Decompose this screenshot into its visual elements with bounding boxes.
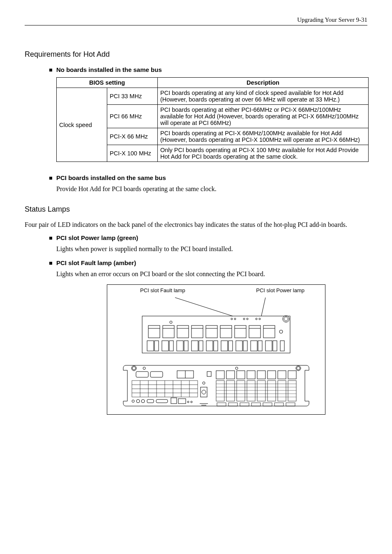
svg-point-50	[132, 367, 136, 370]
cell-description: PCI boards operating at either PCI-66MHz…	[158, 105, 369, 128]
svg-point-52	[143, 367, 145, 369]
page-header: Upgrading Your Server 9-31	[25, 16, 367, 25]
svg-point-10	[256, 318, 257, 320]
svg-rect-60	[207, 372, 211, 376]
status-lamps-intro: Four pair of LED indicators on the back …	[25, 221, 367, 229]
svg-rect-43	[236, 341, 242, 351]
figure-diagram	[111, 293, 321, 410]
svg-rect-67	[278, 371, 286, 379]
svg-rect-2	[142, 316, 290, 353]
svg-rect-102	[178, 399, 186, 404]
svg-rect-26	[249, 325, 261, 338]
bullet-pci-installed: PCI boards installed on the same bus	[49, 174, 367, 181]
table-row: Clock speed PCI 33 MHz PCI boards operat…	[57, 88, 369, 105]
svg-rect-90	[288, 381, 296, 401]
svg-rect-28	[263, 325, 275, 338]
svg-rect-68	[288, 371, 296, 379]
svg-rect-61	[216, 371, 224, 379]
svg-point-6	[231, 318, 233, 320]
svg-rect-81	[201, 387, 207, 397]
svg-point-97	[136, 399, 140, 403]
bullet-square-icon	[49, 69, 52, 72]
bullet-no-boards-label: No boards installed in the same bus	[56, 66, 162, 73]
svg-line-1	[261, 298, 265, 316]
svg-point-8	[243, 318, 245, 320]
svg-rect-18	[191, 325, 203, 338]
cell-description: Only PCI boards operating at PCI-X 100 M…	[158, 145, 369, 162]
svg-rect-42	[228, 341, 233, 351]
svg-rect-100	[156, 399, 168, 403]
svg-point-104	[191, 401, 192, 403]
svg-rect-87	[257, 381, 265, 401]
svg-point-82	[202, 390, 206, 394]
svg-rect-39	[206, 341, 213, 351]
svg-rect-105	[217, 403, 226, 406]
bullet-power-lamp-label: PCI slot Power lamp (green)	[56, 234, 138, 241]
bullet-fault-lamp: PCI slot Fault lamp (amber)	[49, 259, 367, 266]
figure-box: PCI slot Fault lamp PCI slot Power lamp	[107, 284, 325, 415]
bullet-power-lamp: PCI slot Power lamp (green)	[49, 234, 367, 241]
svg-rect-99	[147, 399, 154, 403]
svg-rect-34	[169, 341, 173, 351]
svg-rect-33	[162, 341, 168, 351]
bullet-fault-lamp-text: Lights when an error occurs on PCI board…	[56, 270, 367, 278]
svg-point-103	[187, 401, 189, 403]
svg-rect-45	[251, 341, 257, 351]
bullet-square-icon	[49, 237, 52, 240]
svg-line-0	[175, 298, 233, 316]
svg-rect-83	[216, 381, 224, 401]
svg-rect-62	[226, 371, 235, 379]
svg-rect-89	[278, 381, 286, 401]
bullet-fault-lamp-label: PCI slot Fault lamp (amber)	[56, 259, 136, 266]
svg-rect-31	[147, 341, 154, 351]
svg-rect-14	[163, 325, 174, 338]
svg-point-5	[283, 316, 289, 322]
svg-point-9	[247, 318, 248, 320]
svg-rect-24	[235, 325, 246, 338]
svg-rect-38	[199, 341, 203, 351]
cell-description: PCI boards operating at any kind of cloc…	[158, 88, 369, 105]
svg-rect-36	[184, 341, 188, 351]
svg-point-30	[279, 330, 283, 333]
svg-rect-66	[267, 371, 276, 379]
svg-point-80	[203, 382, 205, 384]
svg-point-53	[235, 367, 238, 369]
svg-rect-86	[247, 381, 255, 401]
svg-rect-85	[237, 381, 245, 401]
bullet-no-boards: No boards installed in the same bus	[49, 66, 367, 73]
svg-rect-41	[221, 341, 228, 351]
svg-rect-35	[177, 341, 183, 351]
cell-setting: PCI-X 66 MHz	[107, 128, 158, 145]
cell-clock-speed: Clock speed	[57, 88, 107, 162]
bullet-square-icon	[49, 177, 52, 180]
svg-rect-84	[226, 381, 235, 401]
figure-label-fault: PCI slot Fault lamp	[140, 287, 185, 293]
svg-rect-107	[240, 403, 249, 406]
svg-rect-46	[258, 341, 262, 351]
svg-rect-44	[243, 341, 247, 351]
figure-label-power: PCI slot Power lamp	[256, 287, 304, 293]
heading-requirements: Requirements for Hot Add	[25, 50, 367, 59]
svg-rect-65	[257, 371, 265, 379]
svg-rect-64	[247, 371, 255, 379]
svg-rect-37	[191, 341, 198, 351]
svg-point-11	[259, 318, 261, 320]
svg-rect-57	[150, 372, 163, 377]
svg-rect-32	[154, 341, 159, 351]
cell-setting: PCI-X 100 MHz	[107, 145, 158, 162]
svg-rect-109	[263, 403, 272, 406]
th-bios-setting: BIOS setting	[57, 78, 158, 88]
th-description: Description	[158, 78, 369, 88]
svg-rect-49	[280, 341, 284, 351]
bios-table: BIOS setting Description Clock speed PCI…	[56, 77, 369, 162]
svg-point-54	[297, 367, 300, 370]
svg-rect-20	[206, 325, 217, 338]
svg-rect-16	[177, 325, 189, 338]
svg-rect-47	[265, 341, 272, 351]
heading-status-lamps: Status Lamps	[25, 205, 367, 214]
svg-point-7	[234, 318, 236, 320]
svg-rect-63	[237, 371, 245, 379]
table-header-row: BIOS setting Description	[57, 78, 369, 88]
cell-setting: PCI 66 MHz	[107, 105, 158, 128]
svg-rect-106	[228, 403, 238, 406]
